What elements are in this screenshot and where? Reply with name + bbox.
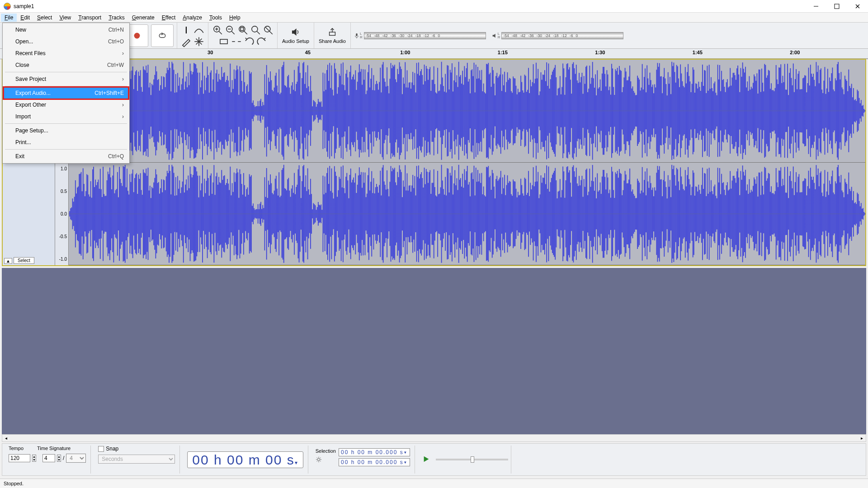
timesig-sep: /: [63, 455, 64, 461]
waveform-channel-left[interactable]: [69, 60, 865, 163]
scroll-left-icon[interactable]: ◂: [2, 435, 10, 441]
share-audio-label: Share Audio: [319, 38, 346, 44]
svg-marker-31: [292, 29, 296, 35]
svg-line-49: [316, 461, 317, 462]
selection-end-display[interactable]: 00 h 00 m 00.000 s▾: [339, 458, 410, 466]
time-position-display[interactable]: 00 h 00 m 00 s▾: [187, 451, 303, 468]
bottom-toolbar: Tempo Time Signature ▲▼ ▲▼ / 4 Snap Seco…: [2, 443, 866, 476]
timesig-den-select[interactable]: 4: [66, 454, 86, 463]
menu-generate[interactable]: Generate: [128, 14, 158, 22]
timeline-ruler[interactable]: 1530451:001:151:301:452:00: [56, 49, 868, 59]
svg-line-18: [231, 31, 235, 34]
loop-button[interactable]: [151, 24, 174, 47]
menu-item-export-audio[interactable]: Export Audio...Ctrl+Shift+E: [4, 87, 128, 99]
timesig-num-input[interactable]: [42, 454, 55, 462]
svg-line-26: [269, 31, 273, 34]
status-text: Stopped.: [4, 481, 24, 486]
svg-line-48: [320, 458, 321, 459]
menu-item-exit[interactable]: ExitCtrl+Q: [4, 150, 128, 162]
titlebar: sample1: [0, 0, 868, 13]
toolbar: I Audio Setup Share Audio LR: [0, 23, 868, 49]
menu-tracks[interactable]: Tracks: [105, 14, 128, 22]
svg-line-14: [219, 31, 222, 34]
minimize-button[interactable]: [806, 0, 826, 12]
scroll-right-icon[interactable]: ▸: [858, 435, 866, 441]
playback-speed-slider[interactable]: [436, 459, 508, 460]
playback-meter[interactable]: LR -54-48-42-36-30-24-18-12-60: [489, 23, 627, 48]
silence-icon[interactable]: [231, 36, 242, 47]
file-menu-dropdown: NewCtrl+NOpen...Ctrl+ORecent Files›Close…: [2, 23, 130, 164]
menu-item-open[interactable]: Open...Ctrl+O: [4, 36, 128, 47]
fit-selection-icon[interactable]: [237, 24, 249, 36]
fit-project-icon[interactable]: [250, 24, 261, 36]
selection-start-display[interactable]: 00 h 00 m 00.000 s▾: [339, 448, 410, 456]
recording-meter[interactable]: LR -54-48-42-36-30-24-18-12-60: [351, 23, 489, 48]
svg-marker-36: [492, 33, 495, 38]
app-icon: [4, 3, 11, 10]
menu-select[interactable]: Select: [33, 14, 56, 22]
menu-item-import[interactable]: Import›: [4, 111, 128, 122]
envelope-tool-icon[interactable]: [193, 24, 205, 36]
svg-rect-22: [241, 28, 244, 31]
horizontal-scrollbar[interactable]: ◂ ▸: [2, 434, 866, 442]
menu-view[interactable]: View: [56, 14, 75, 22]
maximize-button[interactable]: [826, 0, 847, 12]
snap-unit-select[interactable]: Seconds: [98, 455, 175, 464]
waveform-area[interactable]: [69, 60, 865, 265]
menu-transport[interactable]: Transport: [75, 14, 105, 22]
audio-setup-button[interactable]: Audio Setup: [278, 23, 314, 48]
zoom-in-icon[interactable]: [212, 24, 223, 36]
redo-icon[interactable]: [256, 36, 268, 47]
zoom-toggle-icon[interactable]: [262, 24, 274, 36]
svg-rect-34: [356, 33, 358, 36]
menu-item-close[interactable]: CloseCtrl+W: [4, 59, 128, 71]
selection-tool-icon[interactable]: I: [180, 24, 192, 36]
track-select-button[interactable]: Select: [14, 257, 34, 264]
zoom-out-icon[interactable]: [224, 24, 236, 36]
timesig-label: Time Signature: [37, 446, 71, 451]
svg-line-47: [320, 461, 321, 462]
menu-tools[interactable]: Tools: [206, 14, 226, 22]
statusbar: Stopped.: [0, 479, 868, 488]
menu-item-export-other[interactable]: Export Other›: [4, 99, 128, 111]
menu-item-print[interactable]: Print...: [4, 136, 128, 148]
speaker-icon: [491, 33, 498, 39]
undo-icon[interactable]: [243, 36, 255, 47]
tempo-input[interactable]: [9, 454, 30, 462]
menu-help[interactable]: Help: [226, 14, 244, 22]
share-audio-button[interactable]: Share Audio: [314, 23, 351, 48]
menu-file[interactable]: File: [1, 14, 17, 22]
snap-checkbox[interactable]: [98, 446, 104, 452]
svg-rect-32: [329, 32, 335, 35]
window-title: sample1: [14, 3, 34, 9]
svg-line-24: [257, 31, 260, 34]
audio-setup-label: Audio Setup: [282, 38, 309, 44]
draw-tool-icon[interactable]: [180, 36, 192, 47]
svg-point-20: [239, 26, 245, 32]
track-viewport: ▲ Select 1.0 0.5 0.0 -0.5 -1.0 1.0 0.5 0…: [2, 59, 866, 266]
menu-item-recent-files[interactable]: Recent Files›: [4, 47, 128, 59]
menu-analyze[interactable]: Analyze: [179, 14, 206, 22]
empty-track-area[interactable]: [2, 268, 866, 434]
waveform-channel-right[interactable]: [69, 163, 865, 266]
svg-point-41: [317, 458, 320, 460]
multi-tool-icon[interactable]: [193, 36, 205, 47]
menu-effect[interactable]: Effect: [158, 14, 179, 22]
track-collapse-button[interactable]: ▲: [4, 258, 12, 264]
gear-icon[interactable]: [316, 456, 322, 463]
snap-label: Snap: [106, 446, 118, 452]
menu-item-new[interactable]: NewCtrl+N: [4, 24, 128, 36]
tempo-label: Tempo: [9, 446, 24, 451]
play-at-speed-button[interactable]: [422, 455, 430, 465]
svg-rect-28: [220, 39, 227, 44]
trim-icon[interactable]: [218, 36, 230, 47]
menu-item-page-setup[interactable]: Page Setup...: [4, 125, 128, 136]
svg-point-23: [252, 26, 258, 32]
close-button[interactable]: [847, 0, 868, 12]
menu-item-save-project[interactable]: Save Project›: [4, 73, 128, 85]
microphone-icon: [354, 33, 360, 39]
svg-text:I: I: [185, 24, 188, 36]
selection-label: Selection: [316, 448, 336, 454]
svg-line-21: [244, 31, 247, 34]
menu-edit[interactable]: Edit: [17, 14, 33, 22]
